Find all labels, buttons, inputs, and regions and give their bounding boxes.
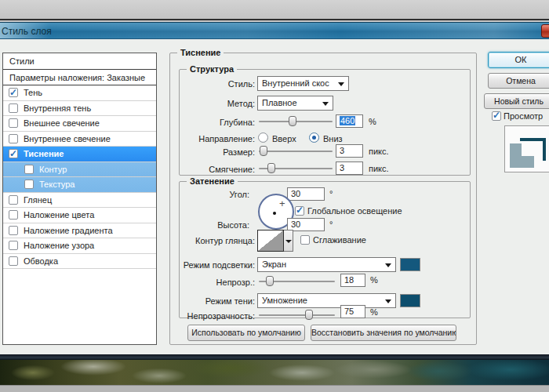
- style-item-label: Контур: [39, 165, 67, 174]
- antialias-checkbox[interactable]: [300, 235, 310, 245]
- slider-thumb[interactable]: [260, 146, 267, 156]
- window-title: Стиль слоя: [2, 26, 52, 37]
- chevron-down-icon: [322, 102, 329, 106]
- checkbox-icon[interactable]: [9, 103, 18, 113]
- chevron-down-icon: [385, 263, 391, 267]
- style-list: ТеньВнутренняя теньВнешнее свечениеВнутр…: [3, 85, 156, 269]
- highlight-color-swatch[interactable]: [400, 258, 420, 271]
- style-list-item[interactable]: Тиснение: [3, 147, 156, 162]
- global-light-checkbox[interactable]: [295, 206, 304, 216]
- style-item-label: Глянец: [24, 195, 52, 205]
- style-list-item[interactable]: Внутреннее свечение: [3, 132, 156, 147]
- bevel-emboss-group-title: Тиснение: [177, 48, 224, 57]
- soften-input[interactable]: 3: [336, 162, 363, 175]
- angle-input[interactable]: 30: [287, 187, 325, 201]
- slider-thumb[interactable]: [267, 163, 275, 173]
- depth-unit: %: [369, 117, 376, 126]
- ok-button[interactable]: ОК: [488, 52, 549, 68]
- checkbox-icon[interactable]: [9, 149, 18, 158]
- style-item-label: Внешнее свечение: [24, 118, 100, 128]
- highlight-opacity-input[interactable]: 18: [340, 274, 365, 287]
- structure-group-title: Структура: [187, 64, 237, 74]
- blending-options-row[interactable]: Параметры наложения: Заказные: [3, 70, 156, 85]
- highlight-mode-value: Экран: [262, 260, 286, 269]
- slider-thumb[interactable]: [305, 310, 313, 320]
- styles-panel: Стили Параметры наложения: Заказные Тень…: [2, 53, 157, 345]
- shadow-opacity-input[interactable]: 75: [340, 305, 365, 318]
- altitude-unit: °: [329, 220, 333, 229]
- style-label: Стиль:: [180, 79, 255, 89]
- style-list-item[interactable]: Внешнее свечение: [3, 116, 156, 132]
- depth-input[interactable]: 460: [336, 114, 363, 128]
- method-select-value: Плавное: [262, 98, 297, 107]
- shading-group-title: Затенение: [187, 176, 238, 186]
- cancel-button[interactable]: Отмена: [488, 73, 549, 89]
- checkbox-icon[interactable]: [24, 180, 34, 189]
- checkbox-icon[interactable]: [9, 118, 18, 128]
- method-select[interactable]: Плавное: [257, 96, 333, 111]
- gloss-contour-dropdown[interactable]: [284, 230, 293, 252]
- altitude-label: Высота:: [180, 220, 249, 230]
- soften-slider[interactable]: [259, 163, 333, 174]
- highlight-opacity-slider[interactable]: [259, 276, 335, 287]
- style-list-item[interactable]: Контур: [3, 162, 156, 178]
- slider-thumb[interactable]: [266, 276, 274, 286]
- checkbox-icon[interactable]: [9, 134, 18, 143]
- depth-slider[interactable]: [259, 116, 333, 127]
- style-list-item[interactable]: Тень: [3, 85, 156, 101]
- reset-default-button[interactable]: Восстановить значения по умолчанию: [311, 325, 456, 341]
- size-input[interactable]: 3: [336, 144, 363, 158]
- direction-radio-down[interactable]: [309, 132, 319, 143]
- style-select[interactable]: Внутренний скос: [257, 76, 349, 91]
- make-default-button[interactable]: Использовать по умолчанию: [187, 325, 305, 341]
- checkbox-icon[interactable]: [9, 241, 18, 250]
- slider-track: [259, 151, 333, 152]
- checkbox-icon[interactable]: [9, 210, 18, 220]
- checkbox-icon[interactable]: [9, 226, 18, 235]
- style-list-item[interactable]: Наложение цвета: [3, 208, 156, 223]
- style-item-label: Тень: [24, 88, 42, 97]
- shadow-color-swatch[interactable]: [400, 294, 420, 307]
- preview-shape: [510, 143, 522, 168]
- style-list-item[interactable]: Наложение градиента: [3, 223, 156, 239]
- style-item-label: Текстура: [39, 180, 75, 189]
- soften-unit: пикс.: [369, 164, 389, 173]
- highlight-opacity-unit: %: [370, 275, 378, 285]
- preview-corner: [543, 138, 546, 161]
- highlight-opacity-label: Непрозр.:: [180, 278, 255, 287]
- app-background-bottom: [0, 385, 549, 392]
- style-item-label: Обводка: [24, 256, 58, 266]
- shadow-opacity-slider[interactable]: [259, 310, 335, 321]
- antialias-label: Сглаживание: [313, 235, 366, 245]
- styles-panel-header: Стили: [3, 53, 156, 70]
- new-style-button[interactable]: Новый стиль: [484, 93, 549, 109]
- style-list-item[interactable]: Текстура: [3, 177, 156, 193]
- checkbox-icon[interactable]: [9, 195, 18, 205]
- style-item-label: Тиснение: [24, 149, 64, 158]
- slider-thumb[interactable]: [289, 116, 296, 126]
- size-slider[interactable]: [259, 146, 333, 157]
- close-button[interactable]: [541, 24, 549, 38]
- gloss-contour-thumbnail[interactable]: [257, 230, 284, 252]
- checkbox-icon[interactable]: [24, 165, 34, 174]
- direction-radio-up[interactable]: [258, 132, 268, 143]
- highlight-mode-select[interactable]: Экран: [257, 257, 396, 272]
- chevron-down-icon: [385, 299, 391, 303]
- style-list-item[interactable]: Глянец: [3, 193, 156, 209]
- checkbox-icon[interactable]: [9, 88, 18, 97]
- direction-down-label: Вниз: [323, 134, 343, 143]
- style-list-item[interactable]: Обводка: [3, 254, 156, 270]
- preview-label: Просмотр: [504, 111, 543, 121]
- style-list-item[interactable]: Наложение узора: [3, 238, 156, 254]
- shadow-mode-value: Умножение: [262, 296, 307, 305]
- method-label: Метод:: [180, 99, 255, 108]
- dialog-drop-shadow: [0, 354, 549, 360]
- style-list-item[interactable]: Внутренняя тень: [3, 101, 156, 117]
- direction-label: Направление:: [180, 134, 255, 143]
- shadow-opacity-label: Непрозрачность:: [180, 311, 255, 321]
- window-titlebar: Стиль слоя: [0, 22, 549, 39]
- checkbox-icon[interactable]: [9, 256, 18, 266]
- preview-checkbox[interactable]: [492, 111, 501, 121]
- shadow-mode-select[interactable]: Умножение: [257, 293, 396, 308]
- angle-dial-dot: [273, 212, 276, 215]
